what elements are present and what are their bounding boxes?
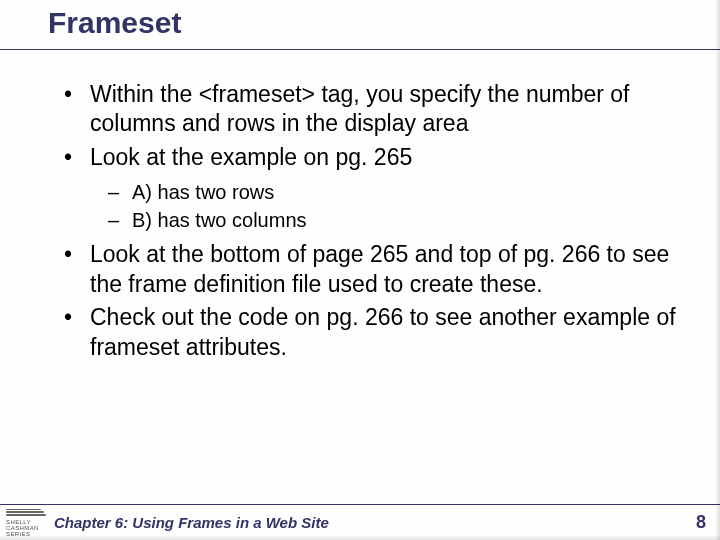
bullet-text: Check out the code on pg. 266 to see ano… [90, 304, 676, 359]
right-shadow [715, 0, 720, 540]
page-number: 8 [696, 512, 706, 533]
bottom-shadow [0, 535, 720, 540]
bullet-item: Check out the code on pg. 266 to see ano… [48, 303, 686, 362]
sub-bullet-item: B) has two columns [90, 206, 686, 234]
bullet-text: Look at the example on pg. 265 [90, 144, 412, 170]
chapter-label: Chapter 6: Using Frames in a Web Site [54, 514, 696, 531]
sub-bullet-list: A) has two rows B) has two columns [90, 178, 686, 234]
slide: Frameset Within the <frameset> tag, you … [0, 0, 720, 540]
bullet-list: Within the <frameset> tag, you specify t… [48, 80, 686, 362]
sub-bullet-item: A) has two rows [90, 178, 686, 206]
bullet-item: Look at the example on pg. 265 A) has tw… [48, 143, 686, 234]
slide-body: Within the <frameset> tag, you specify t… [0, 50, 720, 362]
bullet-text: Within the <frameset> tag, you specify t… [90, 81, 630, 136]
bullet-item: Look at the bottom of page 265 and top o… [48, 240, 686, 299]
bullet-text: Look at the bottom of page 265 and top o… [90, 241, 669, 296]
publisher-logo: SHELLY CASHMAN SERIES [6, 509, 46, 537]
slide-title: Frameset [48, 6, 720, 40]
logo-text: SHELLY CASHMAN SERIES [6, 519, 46, 537]
sub-bullet-text: B) has two columns [132, 209, 307, 231]
bullet-item: Within the <frameset> tag, you specify t… [48, 80, 686, 139]
title-band: Frameset [0, 0, 720, 50]
sub-bullet-text: A) has two rows [132, 181, 274, 203]
